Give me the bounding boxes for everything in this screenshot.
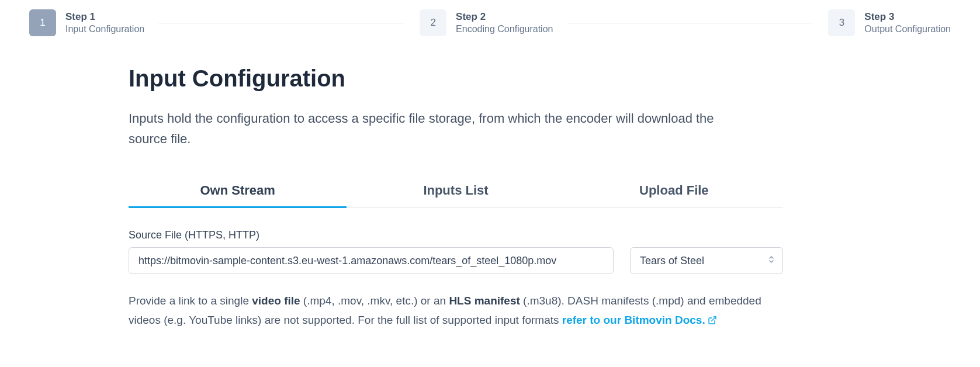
preset-select-wrap: Tears of Steel (630, 247, 783, 274)
step-2-labels: Step 2 Encoding Configuration (456, 11, 553, 34)
page-title: Input Configuration (129, 65, 783, 92)
step-3-subtitle: Output Configuration (864, 24, 951, 34)
step-1[interactable]: 1 Step 1 Input Configuration (29, 9, 144, 36)
step-1-title: Step 1 (65, 11, 144, 23)
tabs: Own Stream Inputs List Upload File (129, 175, 783, 208)
step-number-3: 3 (828, 9, 855, 36)
step-2-title: Step 2 (456, 11, 553, 23)
step-3[interactable]: 3 Step 3 Output Configuration (828, 9, 951, 36)
tab-upload-file[interactable]: Upload File (565, 175, 783, 208)
help-text-3: (.mp4, .mov, .mkv, etc.) or an (300, 295, 449, 307)
page-description: Inputs hold the configuration to access … (129, 108, 719, 149)
source-file-input[interactable] (129, 247, 614, 274)
preset-select[interactable]: Tears of Steel (630, 247, 783, 274)
source-file-label: Source File (HTTPS, HTTP) (129, 229, 783, 241)
step-divider-1 (158, 23, 406, 23)
tab-own-stream[interactable]: Own Stream (129, 175, 347, 208)
svg-line-0 (711, 317, 715, 321)
tab-inputs-list[interactable]: Inputs List (347, 175, 565, 208)
step-1-labels: Step 1 Input Configuration (65, 11, 144, 34)
step-2-subtitle: Encoding Configuration (456, 24, 553, 34)
help-hls: HLS manifest (449, 295, 520, 307)
stepper: 1 Step 1 Input Configuration 2 Step 2 En… (29, 9, 951, 36)
step-number-2: 2 (420, 9, 446, 36)
step-1-subtitle: Input Configuration (65, 24, 144, 34)
step-2[interactable]: 2 Step 2 Encoding Configuration (420, 9, 553, 36)
step-divider-2 (567, 23, 814, 23)
step-3-labels: Step 3 Output Configuration (864, 11, 951, 34)
docs-link-text: refer to our Bitmovin Docs. (562, 314, 705, 326)
step-number-1: 1 (29, 9, 56, 36)
external-link-icon (708, 312, 717, 331)
help-text: Provide a link to a single video file (.… (129, 292, 783, 331)
main-content: Input Configuration Inputs hold the conf… (129, 65, 783, 331)
source-file-row: Tears of Steel (129, 247, 783, 274)
docs-link[interactable]: refer to our Bitmovin Docs. (562, 314, 717, 326)
help-text-1: Provide a link to a single (129, 295, 252, 307)
step-3-title: Step 3 (864, 11, 951, 23)
help-videofile: video file (252, 295, 300, 307)
